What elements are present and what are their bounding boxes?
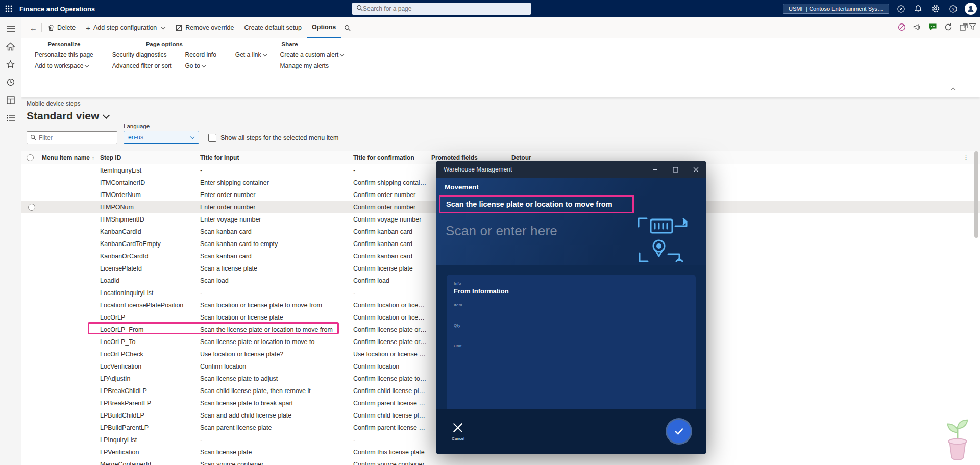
environment-badge[interactable]: USMF | Contoso Entertainment Syste...	[783, 4, 889, 14]
row-select-cell[interactable]	[21, 434, 40, 446]
recent-clock-icon[interactable]	[6, 77, 16, 87]
row-select-cell[interactable]	[21, 324, 40, 336]
home-icon[interactable]	[6, 41, 16, 52]
row-select-cell[interactable]	[21, 373, 40, 385]
row-select-cell[interactable]	[21, 213, 40, 226]
favorites-star-icon[interactable]	[6, 59, 16, 69]
global-search[interactable]	[352, 3, 531, 15]
maximize-button[interactable]	[665, 161, 685, 178]
add-to-workspace-link[interactable]: Add to workspace	[35, 62, 93, 69]
row-select-cell[interactable]	[21, 446, 40, 458]
menu-item-name-cell	[40, 348, 98, 360]
row-select-cell[interactable]	[21, 422, 40, 434]
workspaces-board-icon[interactable]	[6, 95, 16, 105]
row-select-cell[interactable]	[21, 348, 40, 360]
action-pane-right-icons	[898, 23, 975, 33]
personalize-this-page-link[interactable]: Personalize this page	[35, 51, 93, 58]
row-select-cell[interactable]	[21, 262, 40, 275]
menu-item-name-cell	[40, 336, 98, 348]
row-select-cell[interactable]	[21, 238, 40, 250]
title-for-input-cell: Scan kanban card	[198, 226, 351, 238]
advanced-filter-or-sort-link[interactable]: Advanced filter or sort	[112, 62, 172, 69]
settings-gear-icon[interactable]	[930, 3, 941, 14]
help-icon[interactable]: ?	[947, 3, 959, 14]
column-header-title-for-input[interactable]: Title for input	[198, 151, 351, 164]
get-a-link-link[interactable]: Get a link	[235, 51, 267, 58]
row-select-cell[interactable]	[21, 201, 40, 213]
grid-row[interactable]: MergeContainerIdScan source containerCon…	[21, 458, 980, 465]
select-all-radio[interactable]	[27, 154, 34, 161]
title-for-confirmation-cell: Use location or license pl...	[351, 348, 429, 360]
row-select-cell[interactable]	[21, 177, 40, 189]
notifications-bell-icon[interactable]	[913, 3, 924, 14]
open-in-new-window-icon[interactable]	[960, 23, 968, 32]
manage-my-alerts-link[interactable]: Manage my alerts	[280, 62, 345, 69]
options-flyout: Personalize Personalize this page Add to…	[21, 38, 980, 89]
row-select-cell[interactable]	[21, 164, 40, 177]
row-select-cell[interactable]	[21, 250, 40, 262]
hamburger-menu-icon[interactable]	[6, 23, 16, 34]
create-custom-alert-link[interactable]: Create a custom alert	[280, 51, 345, 58]
feedback-chat-icon[interactable]	[928, 23, 937, 32]
row-select-cell[interactable]	[21, 299, 40, 311]
column-header-step-id[interactable]: Step ID	[98, 151, 198, 164]
compass-icon[interactable]	[895, 3, 906, 14]
options-tab[interactable]: Options	[307, 17, 341, 38]
row-select-cell[interactable]	[21, 397, 40, 409]
delete-button[interactable]: Delete	[43, 17, 81, 38]
announcements-icon[interactable]	[913, 23, 921, 32]
row-select-cell[interactable]	[21, 311, 40, 324]
user-avatar[interactable]	[965, 3, 977, 15]
remove-override-button[interactable]: Remove override	[170, 17, 239, 38]
close-icon[interactable]	[685, 161, 706, 178]
record-info-link[interactable]: Record info	[185, 51, 216, 58]
scrollbar-thumb[interactable]	[974, 151, 978, 238]
column-header-menu-item-name[interactable]: Menu item name↑	[40, 151, 98, 164]
row-select-cell[interactable]	[21, 336, 40, 348]
quick-filter[interactable]	[27, 131, 117, 144]
filter-funnel-icon[interactable]	[969, 22, 976, 32]
row-select-cell[interactable]	[21, 409, 40, 422]
row-select-cell[interactable]	[21, 287, 40, 299]
row-select-cell[interactable]	[21, 360, 40, 373]
step-id-cell: ITMOrderNum	[98, 189, 198, 201]
back-button[interactable]: ←	[27, 17, 40, 38]
cancel-button[interactable]: Cancel	[452, 422, 464, 441]
title-for-input-cell: -	[198, 164, 351, 177]
row-select-cell[interactable]	[21, 226, 40, 238]
row-select-cell[interactable]	[21, 275, 40, 287]
global-search-input[interactable]	[363, 5, 527, 12]
language-select[interactable]: en-us	[124, 131, 199, 144]
select-all-header[interactable]	[21, 151, 40, 164]
step-id-cell: LPInquiryList	[98, 434, 198, 446]
app-launcher-waffle-icon[interactable]	[0, 0, 17, 17]
security-diagnostics-link[interactable]: Security diagnostics	[112, 51, 172, 58]
app-title[interactable]: Finance and Operations	[19, 5, 95, 13]
title-for-input-cell: Scan location or license plate	[198, 311, 351, 324]
filter-input[interactable]	[39, 134, 114, 141]
go-to-link[interactable]: Go to	[185, 62, 216, 69]
refresh-icon[interactable]	[944, 23, 952, 33]
minimize-button[interactable]	[645, 161, 665, 178]
view-selector[interactable]: Standard view	[27, 109, 980, 123]
column-header-title-for-confirmation[interactable]: Title for confirmation	[351, 151, 429, 164]
add-step-configuration-button[interactable]: + Add step configuration	[81, 17, 170, 38]
create-default-setup-button[interactable]: Create default setup	[239, 17, 307, 38]
action-pane-search-button[interactable]	[341, 17, 354, 38]
row-radio[interactable]	[28, 204, 35, 211]
title-for-input-cell: Scan child license plate, then remove it	[198, 385, 351, 397]
step-id-cell: ITMContainerID	[98, 177, 198, 189]
show-all-steps-label: Show all steps for the selected menu ite…	[220, 134, 338, 141]
show-all-steps-checkbox[interactable]	[208, 134, 216, 142]
modules-list-icon[interactable]	[6, 113, 16, 123]
row-select-cell[interactable]	[21, 458, 40, 465]
confirm-button[interactable]	[667, 420, 691, 443]
row-select-cell[interactable]	[21, 189, 40, 201]
guide-icon[interactable]	[898, 23, 906, 33]
dialog-title-bar[interactable]: Warehouse Management	[436, 161, 706, 178]
menu-item-name-cell	[40, 458, 98, 465]
column-options-icon[interactable]: ⋮	[963, 153, 970, 161]
collapse-action-pane-button[interactable]	[950, 84, 955, 93]
row-select-cell[interactable]	[21, 385, 40, 397]
title-for-confirmation-cell: -	[351, 434, 429, 446]
